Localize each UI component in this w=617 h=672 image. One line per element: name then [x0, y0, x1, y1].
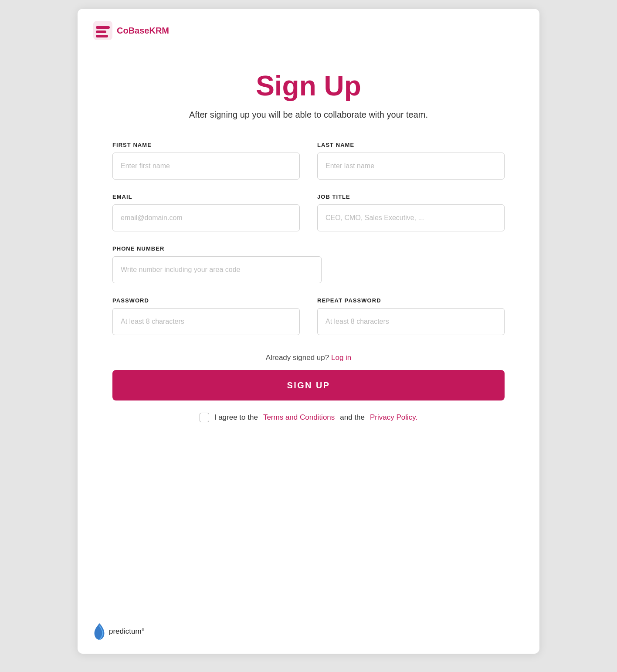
logo-text: CoBaseKRM	[117, 26, 169, 36]
svg-rect-1	[96, 26, 110, 29]
page-container: CoBaseKRM Sign Up After signing up you w…	[78, 9, 539, 654]
job-title-group: JOB TITLE	[317, 193, 505, 231]
terms-row: I agree to the Terms and Conditions and …	[112, 413, 505, 422]
email-group: EMAIL	[112, 193, 300, 231]
password-label: PASSWORD	[112, 297, 300, 304]
name-row: FIRST NAME LAST NAME	[112, 142, 505, 180]
terms-conditions-link[interactable]: Terms and Conditions	[263, 413, 335, 422]
footer: predictum°	[93, 622, 144, 641]
email-jobtitle-row: EMAIL JOB TITLE	[112, 193, 505, 231]
job-title-input[interactable]	[317, 204, 505, 231]
last-name-input[interactable]	[317, 153, 505, 180]
repeat-password-group: REPEAT PASSWORD	[317, 297, 505, 335]
header: CoBaseKRM	[78, 9, 539, 52]
main-content: Sign Up After signing up you will be abl…	[78, 52, 539, 440]
repeat-password-label: REPEAT PASSWORD	[317, 297, 505, 304]
first-name-input[interactable]	[112, 153, 300, 180]
login-link[interactable]: Log in	[331, 353, 351, 362]
password-group: PASSWORD	[112, 297, 300, 335]
phone-row: PHONE NUMBER	[112, 245, 322, 283]
svg-rect-2	[96, 31, 106, 33]
form-actions: Already signed up? Log in SIGN UP I agre…	[112, 349, 505, 422]
repeat-password-input[interactable]	[317, 308, 505, 335]
signup-button[interactable]: SIGN UP	[112, 370, 505, 400]
job-title-label: JOB TITLE	[317, 193, 505, 200]
password-row: PASSWORD REPEAT PASSWORD	[112, 297, 505, 335]
terms-text-middle: and the	[340, 413, 365, 422]
terms-text-before: I agree to the	[214, 413, 258, 422]
signup-form: FIRST NAME LAST NAME EMAIL JOB TITLE	[112, 142, 505, 422]
phone-input[interactable]	[112, 256, 322, 283]
predictum-icon	[93, 622, 105, 641]
first-name-label: FIRST NAME	[112, 142, 300, 148]
last-name-label: LAST NAME	[317, 142, 505, 148]
logo: CoBaseKRM	[93, 21, 169, 40]
svg-rect-3	[96, 35, 108, 37]
predictum-text: predictum°	[109, 627, 144, 636]
already-signed-text: Already signed up? Log in	[112, 353, 505, 362]
first-name-group: FIRST NAME	[112, 142, 300, 180]
page-subtitle: After signing up you will be able to col…	[189, 110, 428, 120]
privacy-policy-link[interactable]: Privacy Policy.	[370, 413, 417, 422]
terms-checkbox[interactable]	[200, 413, 209, 422]
email-label: EMAIL	[112, 193, 300, 200]
page-title: Sign Up	[256, 70, 361, 102]
phone-label: PHONE NUMBER	[112, 245, 322, 252]
phone-group: PHONE NUMBER	[112, 245, 322, 283]
password-input[interactable]	[112, 308, 300, 335]
logo-icon	[93, 21, 112, 40]
last-name-group: LAST NAME	[317, 142, 505, 180]
email-input[interactable]	[112, 204, 300, 231]
